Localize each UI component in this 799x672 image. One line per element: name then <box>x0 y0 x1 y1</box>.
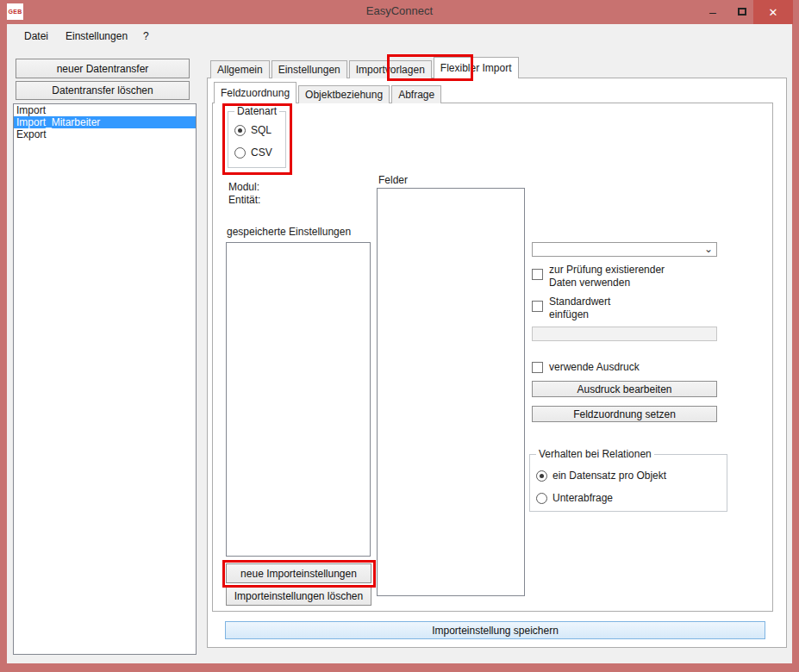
delete-datentransfer-button[interactable]: Datentransfer löschen <box>16 81 190 100</box>
tab-objektbeziehung[interactable]: Objektbeziehung <box>298 85 390 103</box>
one-record-per-object-label[interactable]: ein Datensatz pro Objekt <box>552 470 666 482</box>
saved-settings-label: gespeicherte Einstellungen <box>227 226 351 239</box>
application-window: GEB EasyConnect – ✕ Datei Einstellungen … <box>0 0 799 672</box>
tab-abfrage[interactable]: Abfrage <box>391 85 441 103</box>
felder-list[interactable] <box>377 188 525 596</box>
close-icon: ✕ <box>769 6 778 19</box>
check-existing-label[interactable]: zur Prüfung existierender Daten verwende… <box>549 264 691 289</box>
menu-datei[interactable]: Datei <box>16 27 57 46</box>
main-tab-strip: Allgemein Einstellungen Importvorlagen F… <box>210 58 519 78</box>
title-bar[interactable]: GEB EasyConnect – ✕ <box>0 0 799 24</box>
tab-importvorlagen[interactable]: Importvorlagen <box>349 60 432 78</box>
tab-flexibler-import[interactable]: Flexibler Import <box>434 57 519 78</box>
entitaet-label: Entität: <box>228 194 260 207</box>
maximize-icon <box>738 8 746 16</box>
tab-einstellungen[interactable]: Einstellungen <box>272 60 347 78</box>
use-expression-checkbox[interactable] <box>532 362 543 373</box>
menu-einstellungen[interactable]: Einstellungen <box>57 27 136 46</box>
csv-radio[interactable] <box>234 147 246 159</box>
list-item-import-mitarbeiter[interactable]: Import_Mitarbeiter <box>14 116 196 128</box>
close-button[interactable]: ✕ <box>753 0 793 24</box>
one-record-per-object-radio[interactable] <box>536 470 547 482</box>
minimize-button[interactable]: – <box>698 0 727 23</box>
default-value-label[interactable]: Standardwert einfügen <box>549 296 635 321</box>
delete-import-settings-button[interactable]: Importeinstellungen löschen <box>226 587 371 606</box>
chevron-down-icon: ⌄ <box>701 243 716 256</box>
tab-allgemein[interactable]: Allgemein <box>210 60 270 78</box>
default-value-checkbox[interactable] <box>532 301 543 312</box>
datenart-group-title: Datenart <box>234 105 279 117</box>
window-title: EasyConnect <box>0 4 799 17</box>
menu-bar: Datei Einstellungen ? <box>7 24 792 47</box>
new-import-settings-button[interactable]: neue Importeinstellungen <box>226 563 371 583</box>
default-value-input[interactable] <box>532 327 717 341</box>
list-item-export[interactable]: Export <box>14 128 196 140</box>
maximize-button[interactable] <box>727 0 757 23</box>
sql-radio[interactable] <box>234 125 246 136</box>
field-mapping-combobox[interactable]: ⌄ <box>532 242 717 257</box>
modul-label: Modul: <box>228 181 259 194</box>
check-existing-checkbox[interactable] <box>532 269 543 280</box>
edit-expression-button[interactable]: Ausdruck bearbeiten <box>532 381 717 397</box>
menu-help[interactable]: ? <box>136 27 156 46</box>
minimize-icon: – <box>709 5 716 19</box>
tab-feldzuordnung[interactable]: Feldzuordnung <box>214 82 297 103</box>
set-field-mapping-button[interactable]: Feldzuordnung setzen <box>532 406 717 422</box>
datenart-groupbox: Datenart <box>228 111 286 168</box>
relations-group-title: Verhalten bei Relationen <box>536 448 654 460</box>
sub-tab-strip: Feldzuordnung Objektbeziehung Abfrage <box>214 83 441 103</box>
csv-radio-label[interactable]: CSV <box>251 146 272 159</box>
sql-radio-label[interactable]: SQL <box>251 124 272 137</box>
subquery-label[interactable]: Unterabfrage <box>552 492 613 505</box>
use-expression-label[interactable]: verwende Ausdruck <box>549 361 640 374</box>
felder-label: Felder <box>378 174 408 187</box>
save-import-settings-button[interactable]: Importeinstellung speichern <box>225 621 765 639</box>
datentransfer-list: Import Import_Mitarbeiter Export <box>13 103 197 655</box>
list-item-import[interactable]: Import <box>14 104 196 116</box>
subquery-radio[interactable] <box>536 493 547 504</box>
window-content: Datei Einstellungen ? neuer Datentransfe… <box>7 24 792 663</box>
saved-settings-list[interactable] <box>226 242 371 557</box>
new-datentransfer-button[interactable]: neuer Datentransfer <box>16 59 190 78</box>
